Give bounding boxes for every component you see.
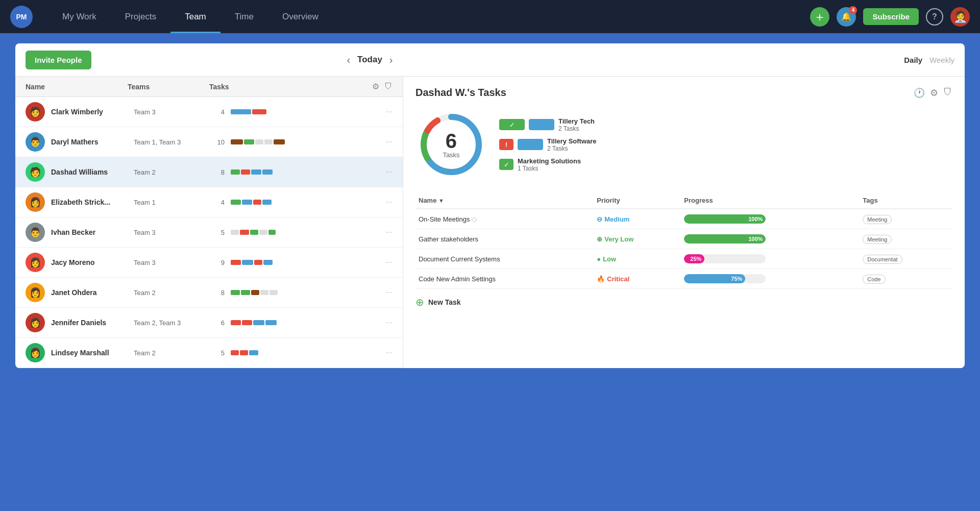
person-row[interactable]: 👩 Jacy Moreno Team 3 9 ··· (15, 248, 403, 278)
nav-team[interactable]: Team (170, 0, 220, 33)
donut-label: Tasks (443, 151, 459, 159)
task-table: Name ▼ Priority Progress Tags On-Site Me… (415, 192, 952, 289)
project-tag-blue (529, 119, 554, 130)
task-tags: Code (860, 269, 952, 289)
project-task-count: 1 Tasks (518, 165, 581, 172)
tag-badge: Documentat (863, 255, 902, 264)
person-row[interactable]: 👨 Ivhan Becker Team 3 5 ··· (15, 217, 403, 248)
summary-section: 6 Tasks ✓ Tillery Tech 2 Tasks (415, 109, 952, 180)
nav-overview[interactable]: Overview (268, 0, 333, 33)
project-item: ! Tillery Software 2 Tasks (499, 137, 952, 152)
view-toggle: Daily Weekly (904, 56, 954, 64)
priority-badge: ⊖ Medium (597, 215, 629, 223)
right-panel-header: Dashad W.'s Tasks 🕐 ⚙ ⛉ (415, 87, 952, 99)
person-row[interactable]: 🧑 Dashad Williams Team 2 8 ··· (15, 157, 403, 187)
priority-icon: ● (597, 255, 601, 263)
diamond-icon: ◇ (472, 215, 477, 223)
avatar: 🧑 (26, 162, 45, 182)
clock-icon[interactable]: 🕐 (914, 87, 925, 99)
priority-icon: ⊕ (597, 235, 602, 243)
notification-button[interactable]: 🔔 4 (837, 7, 856, 27)
main-nav: My Work Projects Team Time Overview (48, 0, 810, 33)
progress-text: 25% (690, 256, 701, 262)
person-name: Lindsey Marshall (51, 349, 134, 357)
progress-fill: 100% (684, 234, 766, 244)
nav-time[interactable]: Time (220, 0, 268, 33)
person-teams: Team 1, Team 3 (134, 138, 215, 146)
task-row: On-Site Meetings ◇ ⊖ Medium (415, 209, 952, 229)
person-name: Dashad Williams (51, 168, 134, 176)
more-button[interactable]: ··· (386, 288, 393, 297)
person-tasks: 5 (215, 349, 382, 357)
settings-icon[interactable]: ⚙ (930, 87, 938, 99)
more-button[interactable]: ··· (386, 318, 393, 327)
project-list: ✓ Tillery Tech 2 Tasks ! (499, 117, 952, 172)
progress-text: 100% (748, 216, 763, 222)
more-button[interactable]: ··· (386, 228, 393, 237)
project-item: ✓ Tillery Tech 2 Tasks (499, 117, 952, 132)
avatar: 👩 (26, 313, 45, 332)
notification-badge: 4 (849, 6, 857, 14)
settings-icon[interactable]: ⚙ (372, 82, 379, 91)
person-tasks: 10 (215, 138, 382, 146)
person-name: Elizabeth Strick... (51, 198, 134, 206)
person-row[interactable]: 👩 Jennifer Daniels Team 2, Team 3 6 ··· (15, 308, 403, 338)
main-area: Invite People ‹ Today › Daily Weekly Nam… (0, 33, 980, 378)
task-progress: 25% (681, 249, 860, 269)
avatar: 🧑 (26, 102, 45, 121)
avatar: 👨 (26, 223, 45, 242)
invite-people-button[interactable]: Invite People (26, 51, 91, 69)
priority-badge: ● Low (597, 255, 616, 263)
progress-bar: 100% (684, 234, 766, 244)
left-panel: Name Teams Tasks ⚙ ⛉ 🧑 Clark Wimberly Te… (15, 77, 403, 368)
more-button[interactable]: ··· (386, 198, 393, 207)
more-button[interactable]: ··· (386, 258, 393, 267)
task-name: Code New Admin Settings (415, 269, 594, 289)
person-row[interactable]: 👩 Janet Ohdera Team 2 8 ··· (15, 278, 403, 308)
date-navigation: ‹ Today › (347, 54, 393, 66)
table-icons: ⚙ ⛉ (372, 82, 393, 91)
person-teams: Team 2, Team 3 (134, 319, 215, 327)
nav-projects[interactable]: Projects (111, 0, 170, 33)
person-teams: Team 3 (134, 108, 215, 116)
more-button[interactable]: ··· (386, 137, 393, 147)
donut-chart: 6 Tasks (415, 109, 487, 180)
progress-text: 100% (748, 236, 763, 242)
subscribe-button[interactable]: Subscribe (863, 8, 919, 25)
filter-icon[interactable]: ⛉ (943, 87, 952, 98)
progress-text: 75% (731, 276, 742, 282)
more-button[interactable]: ··· (386, 167, 393, 177)
nav-mywork[interactable]: My Work (48, 0, 111, 33)
add-button[interactable]: ＋ (810, 7, 829, 27)
check-icon: ✓ (504, 161, 509, 168)
project-task-count: 2 Tasks (558, 125, 595, 132)
task-name: On-Site Meetings ◇ (415, 209, 594, 229)
plus-icon: ＋ (814, 11, 826, 23)
header-right: ＋ 🔔 4 Subscribe ? 🧑‍💼 (810, 7, 970, 27)
person-teams: Team 2 (134, 349, 215, 357)
project-info: Tillery Tech 2 Tasks (558, 117, 595, 132)
task-priority: 🔥 Critical (594, 269, 681, 289)
prev-date-button[interactable]: ‹ (347, 54, 350, 66)
donut-center: 6 Tasks (443, 131, 459, 159)
progress-fill: 75% (684, 274, 745, 283)
person-row[interactable]: 👩 Lindsey Marshall Team 2 5 ··· (15, 338, 403, 368)
person-row[interactable]: 👨 Daryl Mathers Team 1, Team 3 10 ··· (15, 127, 403, 157)
person-row[interactable]: 👩 Elizabeth Strick... Team 1 4 ··· (15, 187, 403, 217)
help-button[interactable]: ? (926, 8, 943, 26)
next-date-button[interactable]: › (389, 54, 393, 66)
daily-view-button[interactable]: Daily (904, 56, 922, 64)
content-area: Name Teams Tasks ⚙ ⛉ 🧑 Clark Wimberly Te… (15, 77, 965, 368)
filter-icon[interactable]: ⛉ (384, 82, 393, 91)
user-avatar[interactable]: 🧑‍💼 (950, 7, 970, 27)
project-tag-blue (518, 139, 543, 150)
logo[interactable]: PM (10, 6, 33, 28)
more-button[interactable]: ··· (386, 107, 393, 116)
weekly-view-button[interactable]: Weekly (929, 56, 954, 64)
progress-bar: 75% (684, 274, 766, 283)
person-row[interactable]: 🧑 Clark Wimberly Team 3 4 ··· (15, 97, 403, 127)
more-button[interactable]: ··· (386, 348, 393, 357)
priority-icon: ⊖ (597, 215, 602, 223)
task-row: Document Current Systems ● Low 25% (415, 249, 952, 269)
new-task-button[interactable]: ⊕ New Task (415, 296, 952, 308)
